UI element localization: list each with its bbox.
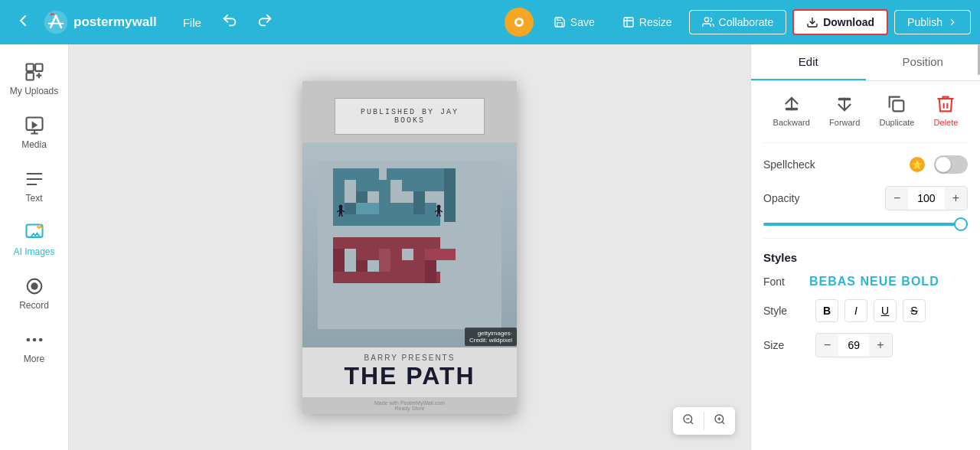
tool-delete[interactable]: Delete: [934, 93, 959, 127]
download-button[interactable]: Download: [792, 9, 888, 35]
tool-duplicate-label: Duplicate: [880, 118, 915, 127]
opacity-row: Opacity − 100 +: [763, 186, 968, 210]
tool-duplicate[interactable]: Duplicate: [880, 93, 915, 127]
font-label: Font: [763, 276, 809, 288]
sidebar-item-record-label: Record: [19, 300, 49, 311]
sidebar-item-ai-images-label: AI Images: [13, 246, 54, 257]
font-name-value[interactable]: BEBAS NEUE BOLD: [809, 275, 939, 289]
style-italic-button[interactable]: I: [844, 299, 867, 322]
style-row: Style B I U S: [763, 299, 968, 322]
size-plus-button[interactable]: +: [869, 334, 891, 357]
svg-rect-19: [333, 180, 345, 214]
svg-rect-63: [893, 100, 904, 111]
redo-button[interactable]: [250, 9, 279, 36]
styles-title: Styles: [763, 251, 968, 264]
size-row: Size − 69 +: [763, 333, 968, 357]
panel-content: Backward Forward Duplicate: [751, 81, 980, 450]
collaborate-button[interactable]: Collaborate: [689, 10, 787, 34]
download-label: Download: [823, 16, 874, 28]
spellcheck-icon: ⭐: [910, 157, 925, 172]
collaborate-label: Collaborate: [719, 16, 774, 28]
svg-rect-17: [333, 168, 379, 180]
tab-edit[interactable]: Edit: [751, 44, 866, 80]
zoom-controls: [673, 407, 735, 435]
publish-button[interactable]: Publish: [894, 10, 971, 34]
opacity-input: − 100 +: [885, 186, 968, 210]
file-button[interactable]: File: [175, 13, 209, 32]
poster-footer: Made with PosterMyWall.comReady Store: [302, 397, 517, 414]
canvas-area[interactable]: PUBLISHED BY JAY BOOKS: [69, 44, 750, 450]
sidebar-item-text-label: Text: [25, 193, 42, 204]
svg-rect-22: [444, 168, 456, 222]
sidebar-item-ai-images[interactable]: AI Images: [4, 214, 65, 265]
style-underline-button[interactable]: U: [874, 299, 897, 322]
svg-rect-3: [624, 18, 633, 27]
sidebar-item-media[interactable]: Media: [4, 107, 65, 158]
getty-text: gettyimages·: [469, 330, 512, 337]
tool-backward[interactable]: Backward: [773, 93, 810, 127]
zoom-in-button[interactable]: [704, 407, 735, 435]
panel-tabs: Edit Position: [751, 44, 980, 81]
spellcheck-toggle[interactable]: [934, 155, 968, 174]
svg-line-46: [339, 214, 340, 217]
spellcheck-label: Spellcheck: [763, 158, 905, 171]
svg-point-12: [31, 282, 38, 289]
svg-rect-8: [26, 73, 33, 80]
tab-position[interactable]: Position: [866, 44, 981, 80]
tool-backward-label: Backward: [773, 118, 810, 127]
svg-rect-6: [26, 64, 33, 71]
opacity-slider[interactable]: [763, 223, 968, 226]
tool-row: Backward Forward Duplicate: [763, 93, 968, 127]
tool-forward[interactable]: Forward: [829, 93, 860, 127]
topbar: postermywall File Save: [0, 0, 980, 44]
svg-rect-21: [402, 180, 448, 191]
resize-label: Resize: [639, 16, 672, 28]
undo-button[interactable]: [215, 9, 244, 36]
right-panel: Edit Position Backward: [750, 44, 980, 450]
opacity-label: Opacity: [763, 192, 885, 204]
zoom-out-button[interactable]: [673, 407, 704, 435]
poster-maze-area: gettyimages· Credit: wildpixel: [302, 142, 517, 347]
save-button[interactable]: Save: [543, 11, 606, 33]
svg-rect-62: [838, 98, 851, 100]
opacity-slider-container: [763, 223, 968, 226]
opacity-minus-button[interactable]: −: [886, 187, 908, 210]
logo[interactable]: postermywall: [43, 9, 157, 35]
spellcheck-row: Spellcheck ⭐: [763, 155, 968, 174]
svg-rect-7: [35, 64, 42, 71]
svg-rect-29: [413, 191, 425, 214]
poster: PUBLISHED BY JAY BOOKS: [302, 81, 517, 414]
poster-presenter: BARRY PRESENTS: [312, 354, 508, 362]
sidebar-item-more-label: More: [24, 354, 44, 364]
svg-point-13: [26, 338, 30, 342]
style-bold-button[interactable]: B: [815, 299, 838, 322]
save-label: Save: [570, 16, 595, 28]
poster-title: THE PATH: [312, 364, 508, 388]
svg-point-0: [44, 11, 68, 34]
svg-rect-49: [437, 208, 440, 214]
sidebar-item-text[interactable]: Text: [4, 161, 65, 211]
svg-rect-34: [425, 249, 456, 260]
svg-rect-38: [379, 249, 390, 272]
size-minus-button[interactable]: −: [816, 334, 838, 357]
size-input: − 69 +: [815, 333, 893, 357]
opacity-plus-button[interactable]: +: [945, 187, 967, 210]
size-label: Size: [763, 339, 809, 351]
sidebar-item-record[interactable]: Record: [4, 268, 65, 318]
style-label: Style: [763, 305, 809, 317]
svg-rect-43: [339, 208, 342, 214]
sidebar-item-my-uploads[interactable]: My Uploads: [4, 54, 65, 104]
resize-button[interactable]: Resize: [612, 11, 683, 33]
style-strike-button[interactable]: S: [903, 299, 926, 322]
svg-line-52: [437, 214, 438, 217]
record-center-button[interactable]: [505, 8, 534, 37]
back-button[interactable]: [9, 10, 37, 35]
svg-rect-26: [356, 203, 379, 214]
svg-rect-28: [345, 203, 356, 214]
svg-point-42: [339, 204, 343, 208]
credit-text: Credit: wildpixel: [469, 337, 512, 344]
sidebar-item-more[interactable]: More: [4, 321, 65, 372]
svg-line-58: [722, 422, 724, 424]
opacity-value: 100: [908, 188, 944, 209]
sidebar-item-media-label: Media: [21, 139, 47, 150]
